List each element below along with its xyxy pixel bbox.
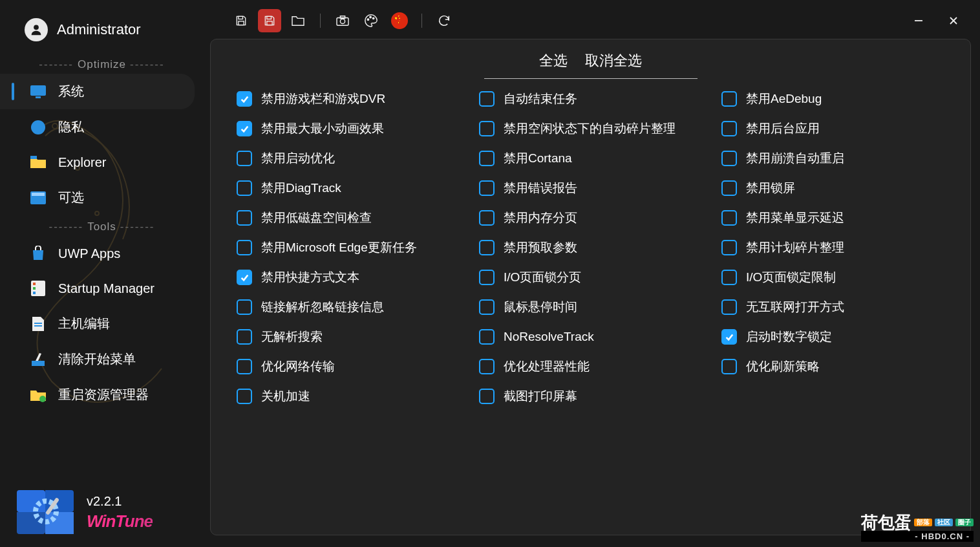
checkbox-box[interactable] (721, 329, 737, 345)
checkbox-box[interactable] (237, 210, 252, 226)
checkbox-box[interactable] (479, 329, 495, 345)
nav-uwp[interactable]: UWP Apps (0, 236, 204, 271)
open-button[interactable] (286, 9, 310, 32)
checkbox-box[interactable] (479, 359, 495, 374)
option-label: 禁用DiagTrack (261, 180, 341, 197)
divider (484, 78, 698, 79)
option-checkbox[interactable]: 启动时数字锁定 (721, 328, 944, 345)
checkbox-box[interactable] (721, 91, 737, 107)
option-checkbox[interactable]: 禁用错误报告 (479, 180, 702, 197)
china-flag-icon (391, 12, 408, 29)
checkbox-box[interactable] (479, 270, 495, 285)
nav-optional[interactable]: 可选 (0, 180, 204, 215)
checkbox-box[interactable] (479, 180, 495, 196)
nav-system[interactable]: 系统 (0, 74, 195, 109)
nav-startup[interactable]: Startup Manager (0, 271, 204, 306)
checkbox-box[interactable] (237, 270, 252, 285)
minimize-button[interactable] (909, 11, 928, 30)
option-checkbox[interactable]: 无互联网打开方式 (721, 299, 944, 316)
close-button[interactable] (944, 11, 963, 30)
checkbox-box[interactable] (237, 389, 252, 404)
deselect-all-link[interactable]: 取消全选 (585, 51, 642, 70)
option-checkbox[interactable]: 禁用启动优化 (237, 150, 460, 167)
option-checkbox[interactable]: 禁用游戏栏和游戏DVR (237, 91, 460, 107)
palette-button[interactable] (359, 9, 383, 32)
user-name: Administrator (57, 21, 141, 38)
checkbox-box[interactable] (479, 91, 495, 107)
option-checkbox[interactable]: 禁用菜单显示延迟 (721, 209, 944, 226)
nav-restartexplorer[interactable]: 重启资源管理器 (0, 377, 204, 413)
svg-rect-1 (30, 85, 46, 96)
checkbox-box[interactable] (237, 91, 252, 107)
checkbox-box[interactable] (237, 329, 252, 345)
checkbox-box[interactable] (479, 151, 495, 166)
nav-label: 隐私 (58, 118, 84, 136)
select-all-link[interactable]: 全选 (539, 51, 568, 70)
option-checkbox[interactable]: 禁用Microsoft Edge更新任务 (237, 239, 460, 256)
option-checkbox[interactable]: 链接解析忽略链接信息 (237, 299, 460, 316)
checkbox-box[interactable] (721, 270, 737, 285)
option-checkbox[interactable]: 禁用计划碎片整理 (721, 239, 944, 256)
checkbox-box[interactable] (721, 121, 737, 136)
option-checkbox[interactable]: 禁用内存分页 (479, 209, 702, 226)
option-checkbox[interactable]: 优化处理器性能 (479, 358, 702, 375)
checkbox-box[interactable] (479, 210, 495, 226)
checkbox-box[interactable] (721, 151, 737, 166)
option-checkbox[interactable]: 优化网络传输 (237, 358, 460, 375)
option-label: I/O页面锁分页 (504, 269, 581, 286)
option-checkbox[interactable]: 禁用Cortana (479, 150, 702, 167)
nav-tools: UWP Apps Startup Manager 主机编辑 清除开始菜单 重启资… (0, 236, 204, 413)
checkbox-box[interactable] (721, 180, 737, 196)
option-checkbox[interactable]: 无解析搜索 (237, 328, 460, 345)
save-highlight-button[interactable] (258, 9, 281, 32)
nav-hostedit[interactable]: 主机编辑 (0, 306, 204, 341)
checkbox-box[interactable] (479, 389, 495, 404)
save-button[interactable] (229, 9, 253, 32)
checkbox-box[interactable] (237, 299, 252, 315)
option-checkbox[interactable]: I/O页面锁定限制 (721, 269, 944, 286)
refresh-button[interactable] (432, 9, 456, 32)
option-checkbox[interactable]: 禁用锁屏 (721, 180, 944, 197)
option-checkbox[interactable]: 禁用低磁盘空间检查 (237, 209, 460, 226)
option-label: 截图打印屏幕 (504, 388, 577, 405)
nav-clearstart[interactable]: 清除开始菜单 (0, 341, 204, 377)
checkbox-box[interactable] (237, 240, 252, 255)
checkbox-box[interactable] (479, 121, 495, 136)
option-checkbox[interactable]: 禁用快捷方式文本 (237, 269, 460, 286)
window-controls (909, 11, 967, 30)
option-checkbox[interactable]: 禁用崩溃自动重启 (721, 150, 944, 167)
option-checkbox[interactable]: 禁用空闲状态下的自动碎片整理 (479, 120, 702, 137)
checkbox-box[interactable] (721, 240, 737, 255)
option-label: 禁用Cortana (504, 150, 572, 167)
checkbox-box[interactable] (237, 359, 252, 374)
checkbox-box[interactable] (237, 180, 252, 196)
option-checkbox[interactable]: 禁用最大最小动画效果 (237, 120, 460, 137)
watermark-badge: 部落 (914, 519, 932, 526)
option-checkbox[interactable]: 禁用DiagTrack (237, 180, 460, 197)
checkbox-box[interactable] (479, 299, 495, 315)
checkbox-box[interactable] (479, 240, 495, 255)
option-checkbox[interactable]: 鼠标悬停时间 (479, 299, 702, 316)
svg-rect-18 (239, 21, 244, 25)
option-checkbox[interactable]: 优化刷新策略 (721, 358, 944, 375)
checkbox-box[interactable] (721, 210, 737, 226)
checkbox-box[interactable] (721, 299, 737, 315)
checkbox-box[interactable] (237, 121, 252, 136)
option-checkbox[interactable]: NoResolveTrack (479, 328, 702, 345)
option-label: 优化刷新策略 (746, 358, 820, 375)
option-checkbox[interactable]: I/O页面锁分页 (479, 269, 702, 286)
nav-explorer[interactable]: Explorer (0, 145, 204, 180)
option-checkbox[interactable]: 禁用后台应用 (721, 120, 944, 137)
svg-rect-2 (36, 96, 41, 98)
camera-button[interactable] (331, 9, 354, 32)
option-checkbox[interactable]: 自动结束任务 (479, 91, 702, 107)
checkbox-box[interactable] (237, 151, 252, 166)
language-button[interactable] (388, 9, 411, 32)
monitor-icon (30, 83, 47, 100)
nav-privacy[interactable]: 隐私 (0, 109, 204, 145)
checkbox-box[interactable] (721, 359, 737, 374)
option-checkbox[interactable]: 关机加速 (237, 388, 460, 405)
option-checkbox[interactable]: 禁用预取参数 (479, 239, 702, 256)
option-checkbox[interactable]: 禁用AeDebug (721, 91, 944, 107)
option-checkbox[interactable]: 截图打印屏幕 (479, 388, 702, 405)
